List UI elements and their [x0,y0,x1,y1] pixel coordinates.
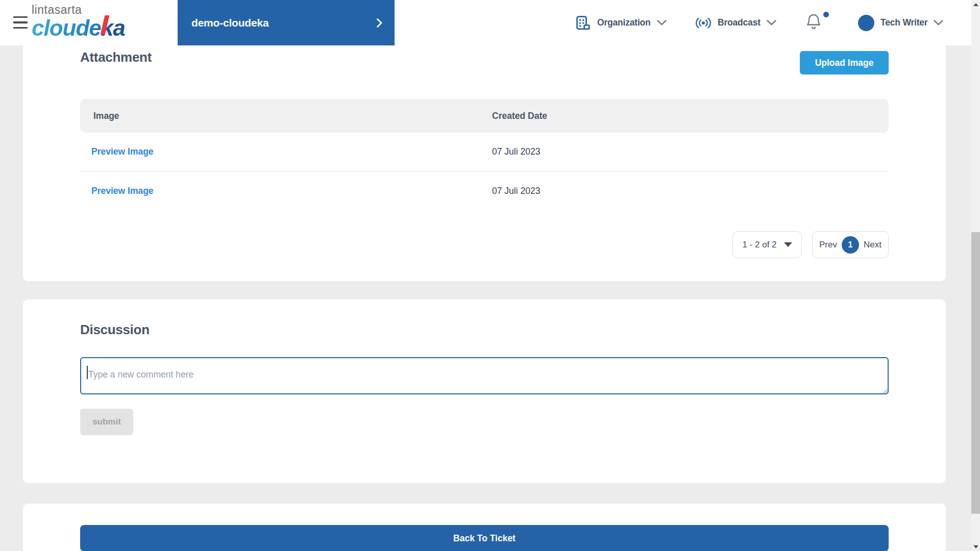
table-row: Preview Image 07 Juli 2023 [80,133,889,171]
chevron-down-icon [934,20,943,26]
user-avatar [858,15,874,31]
column-header-created-date: Created Date [492,99,547,133]
notification-badge-dot [823,12,829,17]
brand-logo: lintasarta cloudeka [32,4,125,39]
triangle-down-icon [973,545,978,548]
attachment-title: Attachment [80,49,152,65]
top-header: lintasarta cloudeka demo-cloudeka Organi… [0,0,971,45]
triangle-down-icon [784,242,792,247]
triangle-up-icon [973,3,978,6]
attachment-section: Attachment Upload Image Image Created Da… [23,45,946,281]
chevron-right-icon [377,18,382,28]
page: lintasarta cloudeka demo-cloudeka Organi… [0,0,980,551]
chevron-down-icon [657,20,667,26]
broadcast-label: Broadcast [718,17,761,28]
prev-button[interactable]: Prev [819,240,837,250]
footer-section: Back To Ticket [23,504,946,551]
pagination: 1 - 2 of 2 Prev 1 Next [732,231,889,258]
organization-menu[interactable]: Organization [576,0,667,45]
scroll-down-button[interactable] [971,542,980,551]
created-date-value: 07 Juli 2023 [492,146,540,157]
discussion-title: Discussion [80,322,150,338]
project-switcher[interactable]: demo-cloudeka [178,0,395,45]
table-header-row: Image Created Date [80,99,889,133]
chevron-down-icon [767,20,776,26]
upload-image-button[interactable]: Upload Image [800,51,889,74]
building-icon [576,15,591,31]
project-name: demo-cloudeka [191,17,268,29]
created-date-value: 07 Juli 2023 [492,186,540,196]
preview-image-link[interactable]: Preview Image [91,146,154,157]
back-to-ticket-button[interactable]: Back To Ticket [80,525,889,551]
page-range-label: 1 - 2 of 2 [742,240,776,250]
discussion-section: Discussion submit [23,299,946,483]
organization-label: Organization [597,17,651,28]
broadcast-menu[interactable]: Broadcast [695,0,776,45]
attachment-table-body: Preview Image 07 Juli 2023 Preview Image… [80,133,889,210]
user-name: Tech Writer [880,17,927,28]
scroll-up-button[interactable] [971,0,980,9]
preview-image-link[interactable]: Preview Image [91,186,154,196]
vertical-scrollbar[interactable] [971,0,980,551]
notifications-button[interactable] [805,0,829,45]
menu-icon[interactable] [13,16,28,29]
current-page-indicator[interactable]: 1 [842,236,859,254]
page-range-dropdown[interactable]: 1 - 2 of 2 [732,231,802,258]
brand-logo-top-text: lintasarta [32,4,125,16]
brand-logo-main-text: cloudeka [32,17,125,39]
submit-button[interactable]: submit [80,409,133,435]
next-button[interactable]: Next [864,240,881,250]
column-header-image: Image [93,99,119,133]
table-row: Preview Image 07 Juli 2023 [80,171,889,210]
pager: Prev 1 Next [812,231,889,258]
user-menu[interactable]: Tech Writer [858,0,943,45]
broadcast-icon [695,16,712,30]
scrollbar-thumb[interactable] [971,232,980,514]
comment-textarea[interactable] [80,357,889,394]
